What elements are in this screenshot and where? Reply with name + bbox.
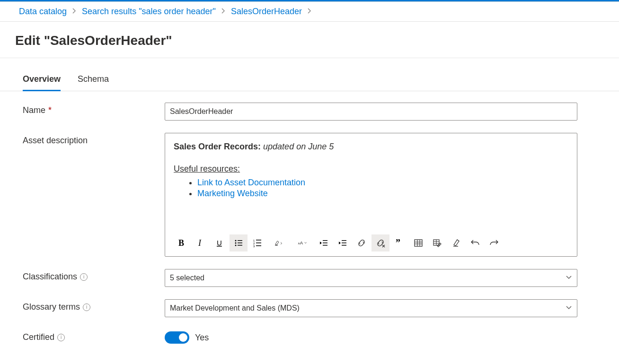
label-name: Name * xyxy=(23,103,165,115)
svg-point-7 xyxy=(235,245,237,246)
label-certified: Certified i xyxy=(23,329,165,342)
bulleted-list-button[interactable] xyxy=(230,234,248,251)
undo-button[interactable] xyxy=(466,234,484,251)
certified-value: Yes xyxy=(195,333,209,343)
form-row-certified: Certified i Yes xyxy=(23,329,596,344)
chevron-right-icon xyxy=(307,8,312,15)
description-link-item: Marketing Website xyxy=(197,189,568,199)
certified-toggle[interactable] xyxy=(165,331,189,344)
chevron-down-icon xyxy=(566,274,572,282)
toggle-knob-icon xyxy=(179,333,187,342)
breadcrumb-link-data-catalog[interactable]: Data catalog xyxy=(19,7,67,17)
form-area: Name * Asset description Sales Order Rec… xyxy=(0,91,619,364)
label-asset-description-text: Asset description xyxy=(23,136,88,146)
classifications-value: 5 selected xyxy=(170,274,204,282)
label-classifications: Classifications i xyxy=(23,269,165,282)
label-asset-description: Asset description xyxy=(23,133,165,146)
info-icon[interactable]: i xyxy=(57,334,65,341)
svg-point-5 xyxy=(235,243,237,244)
label-name-text: Name xyxy=(23,105,45,115)
svg-text:A: A xyxy=(300,241,303,245)
svg-rect-4 xyxy=(238,240,242,241)
underline-button[interactable]: U xyxy=(211,234,229,251)
description-link-item: Link to Asset Documentation xyxy=(197,178,568,188)
classifications-dropdown[interactable]: 5 selected xyxy=(165,269,577,287)
svg-rect-14 xyxy=(256,245,261,246)
name-input[interactable] xyxy=(165,103,577,121)
description-subheading: Useful resources: xyxy=(174,164,240,174)
glossary-value: Market Development and Sales (MDS) xyxy=(170,304,300,312)
form-row-name: Name * xyxy=(23,103,596,121)
svg-rect-20 xyxy=(323,245,327,246)
chevron-right-icon xyxy=(221,8,226,15)
glossary-dropdown[interactable]: Market Development and Sales (MDS) xyxy=(165,299,577,317)
form-row-description: Asset description Sales Order Records: u… xyxy=(23,133,596,257)
svg-text:I: I xyxy=(198,238,202,248)
rich-text-editor[interactable]: Sales Order Records: updated on June 5 U… xyxy=(165,133,577,257)
indent-button[interactable] xyxy=(334,234,352,251)
label-glossary-text: Glossary terms xyxy=(23,302,80,312)
chevron-down-icon xyxy=(566,304,572,312)
edit-table-button[interactable] xyxy=(428,234,446,251)
chevron-right-icon xyxy=(71,8,77,15)
description-heading-italic: updated on June 5 xyxy=(261,142,334,151)
svg-rect-27 xyxy=(415,240,422,246)
breadcrumb: Data catalog Search results "sales order… xyxy=(0,2,619,22)
svg-rect-15 xyxy=(275,245,278,245)
svg-rect-21 xyxy=(342,240,346,241)
svg-rect-23 xyxy=(342,245,346,246)
svg-point-3 xyxy=(235,240,237,242)
form-row-classifications: Classifications i 5 selected xyxy=(23,269,596,287)
tab-schema[interactable]: Schema xyxy=(78,69,109,91)
page-title: Edit "SalesOrderHeader" xyxy=(15,33,604,48)
bold-button[interactable]: B xyxy=(173,234,191,251)
svg-rect-12 xyxy=(256,243,261,243)
svg-rect-6 xyxy=(238,243,242,243)
font-size-button[interactable]: AA xyxy=(291,234,314,251)
unlink-button[interactable] xyxy=(371,234,389,251)
redo-button[interactable] xyxy=(485,234,503,251)
description-heading-bold: Sales Order Records: xyxy=(174,142,261,151)
link-button[interactable] xyxy=(353,234,371,251)
info-icon[interactable]: i xyxy=(83,303,90,311)
svg-text:3: 3 xyxy=(253,245,255,248)
clear-format-button[interactable] xyxy=(447,234,465,251)
numbered-list-button[interactable]: 123 xyxy=(248,234,266,251)
label-classifications-text: Classifications xyxy=(23,272,77,282)
svg-rect-19 xyxy=(323,243,327,243)
form-row-glossary: Glossary terms i Market Development and … xyxy=(23,299,596,317)
info-icon[interactable]: i xyxy=(80,273,88,281)
link-marketing-website[interactable]: Marketing Website xyxy=(197,189,268,198)
svg-rect-18 xyxy=(323,240,327,241)
tab-overview[interactable]: Overview xyxy=(23,69,61,91)
outdent-button[interactable] xyxy=(315,234,333,251)
highlight-button[interactable] xyxy=(267,234,290,251)
quote-button[interactable]: ” xyxy=(390,234,408,251)
rich-text-content[interactable]: Sales Order Records: updated on June 5 U… xyxy=(165,133,577,233)
svg-rect-10 xyxy=(256,240,261,241)
link-asset-documentation[interactable]: Link to Asset Documentation xyxy=(197,178,305,187)
table-button[interactable] xyxy=(409,234,427,251)
label-certified-text: Certified xyxy=(23,332,54,342)
breadcrumb-link-search-results[interactable]: Search results "sales order header" xyxy=(82,7,216,17)
svg-rect-8 xyxy=(238,245,242,246)
page-header: Edit "SalesOrderHeader" xyxy=(0,22,619,58)
required-asterisk-icon: * xyxy=(48,105,52,115)
label-glossary: Glossary terms i xyxy=(23,299,165,312)
rich-text-toolbar: B I U 123 xyxy=(165,233,577,256)
italic-button[interactable]: I xyxy=(192,234,210,251)
breadcrumb-link-salesorderheader[interactable]: SalesOrderHeader xyxy=(231,7,302,17)
svg-text:”: ” xyxy=(396,238,400,248)
tab-bar: Overview Schema xyxy=(0,69,619,91)
svg-text:U: U xyxy=(217,239,222,247)
svg-rect-22 xyxy=(342,243,346,243)
svg-text:B: B xyxy=(178,238,184,248)
